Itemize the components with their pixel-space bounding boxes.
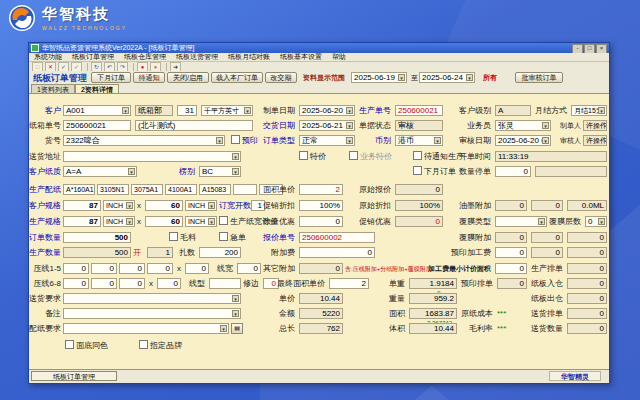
min-billing-area-field[interactable]: 0: [495, 263, 527, 274]
item-no-select[interactable]: 2322啤合: [63, 135, 225, 146]
menu-delivery[interactable]: 纸板送货管理: [171, 53, 223, 61]
film-layers-select[interactable]: 0: [585, 216, 607, 227]
scope-all-label[interactable]: 所有: [483, 73, 497, 83]
customer-paper-select[interactable]: A=A: [63, 166, 137, 177]
customer-dept-field[interactable]: 纸箱部: [135, 105, 173, 116]
biz-special-price-checkbox[interactable]: 业务特价: [349, 151, 392, 163]
new-icon[interactable]: □: [32, 62, 43, 72]
next-month-order-button[interactable]: 下月订单: [91, 72, 131, 83]
quote-no-field[interactable]: 250600002: [299, 232, 375, 243]
production-spec-height-field[interactable]: 60: [145, 216, 183, 227]
menu-monthly[interactable]: 纸板月结对账: [223, 53, 275, 61]
same-color-checkbox[interactable]: 面底同色: [65, 340, 108, 352]
qty-discount-field[interactable]: 0: [299, 216, 343, 227]
unit-price-field[interactable]: 10.44: [299, 293, 343, 304]
ink-surcharge-field-1[interactable]: 0: [495, 200, 527, 211]
production-spec-unit1-select[interactable]: INCH: [103, 216, 135, 227]
ink-surcharge-field-3[interactable]: 0.0ML: [567, 200, 607, 211]
assistant-button[interactable]: 华智精灵: [549, 371, 601, 381]
change-delivery-date-button[interactable]: 改交期: [265, 72, 297, 83]
promo-discount-field[interactable]: 100%: [299, 200, 343, 211]
qty-hold-extra-field[interactable]: [535, 166, 607, 177]
menu-help[interactable]: 帮助: [327, 53, 351, 61]
tab-data-detail[interactable]: 2资料详情: [75, 84, 119, 93]
salesman-select[interactable]: 张灵: [495, 120, 551, 131]
customer-spec-unit1-select[interactable]: INCH: [103, 200, 135, 211]
box-order-no-field[interactable]: 250600021: [63, 120, 131, 131]
volume-field[interactable]: 10.44: [409, 323, 457, 334]
crease2-field-4[interactable]: 0: [157, 278, 181, 289]
refresh-icon[interactable]: ↻: [91, 62, 102, 72]
menu-settings[interactable]: 纸板基本设置: [275, 53, 327, 61]
amount-field[interactable]: 5220: [299, 308, 343, 319]
delivery-date-picker[interactable]: 2025-06-21: [299, 120, 355, 131]
specified-brand-checkbox[interactable]: 指定品牌: [139, 340, 182, 352]
redo-icon[interactable]: ↷: [117, 62, 128, 72]
customer-spec-height-field[interactable]: 60: [145, 200, 183, 211]
qty-hold-field[interactable]: 0: [495, 166, 531, 177]
menu-system[interactable]: 系统功能: [29, 53, 67, 61]
load-factory-order-button[interactable]: 载入本厂订单: [211, 72, 263, 83]
total-length-field[interactable]: 762: [299, 323, 343, 334]
paper-req-select[interactable]: [63, 323, 229, 334]
date-from-picker[interactable]: 2025-06-19: [351, 72, 407, 83]
film-type-select[interactable]: [495, 216, 547, 227]
customer-count-field[interactable]: 31: [177, 105, 197, 116]
menu-order-mgmt[interactable]: 纸板订单管理: [67, 53, 119, 61]
crease1-field-3[interactable]: 0: [119, 263, 145, 274]
monthly-settle-select[interactable]: 月结15天: [571, 105, 607, 116]
area-field[interactable]: 1683.87: [409, 308, 457, 319]
film-surcharge-field-2[interactable]: 0: [531, 232, 563, 243]
delete-icon[interactable]: ✕: [45, 62, 56, 72]
date-to-picker[interactable]: 2025-06-24: [419, 72, 475, 83]
task-tab-order-mgmt[interactable]: 纸板订单管理: [31, 371, 117, 381]
order-type-select[interactable]: 正常: [299, 135, 355, 146]
post-icon[interactable]: ✓: [58, 62, 69, 72]
auditor-field[interactable]: 许操作: [583, 135, 607, 146]
delivery-schedule-field[interactable]: 0: [567, 308, 607, 319]
customer-level-field[interactable]: A: [495, 105, 531, 116]
help-icon[interactable]: ●: [137, 62, 148, 72]
crease1-field-4[interactable]: 0: [147, 263, 173, 274]
paper-mix-field-2[interactable]: 3105N1: [97, 184, 129, 195]
open-time-field[interactable]: 11:33:19: [495, 151, 607, 162]
preprint-fee-field-1[interactable]: 0: [495, 247, 527, 258]
preprint-fee-field-3[interactable]: 0: [567, 247, 607, 258]
orig-quote-field[interactable]: 0: [395, 184, 443, 195]
close-enable-button[interactable]: 关闭/启用: [167, 72, 209, 83]
production-spec-unit2-select[interactable]: INCH: [185, 216, 217, 227]
customer-code-select[interactable]: A001: [63, 105, 131, 116]
paper-mix-field-1[interactable]: A*160A1: [63, 184, 95, 195]
crease2-field-2[interactable]: 0: [91, 278, 117, 289]
surcharge-field[interactable]: 0: [299, 247, 375, 258]
delivery-qty-field[interactable]: 0: [567, 323, 607, 334]
customer-spec-width-field[interactable]: 87: [63, 200, 101, 211]
delivery-address-select[interactable]: [63, 151, 241, 162]
preprint-fee-field-2[interactable]: 0: [531, 247, 563, 258]
preprint-schedule-field[interactable]: 0: [497, 278, 527, 289]
paper-mix-field-4[interactable]: 4100A1: [165, 184, 197, 195]
unpost-icon[interactable]: ✓: [71, 62, 82, 72]
final-area-price-field[interactable]: 2: [329, 278, 369, 289]
crease1-field-1[interactable]: 0: [63, 263, 89, 274]
kai-count-field[interactable]: 1: [147, 247, 173, 258]
pending-notify-button[interactable]: 待通知: [133, 72, 165, 83]
film-surcharge-field-1[interactable]: 0: [495, 232, 527, 243]
paper-mix-field-3[interactable]: 3075A1: [131, 184, 163, 195]
exit-icon[interactable]: ➜: [170, 62, 181, 72]
about-icon[interactable]: ●: [150, 62, 161, 72]
remark-select[interactable]: [63, 308, 241, 319]
production-qty-field[interactable]: 500: [63, 247, 131, 258]
production-schedule-field[interactable]: 0: [567, 263, 607, 274]
crease2-field-3[interactable]: 0: [119, 278, 145, 289]
board-in-field[interactable]: 0: [567, 278, 607, 289]
film-surcharge-field-3[interactable]: 0: [567, 232, 607, 243]
weight-field[interactable]: 959.2: [409, 293, 457, 304]
special-price-checkbox[interactable]: 特价: [299, 151, 326, 163]
crease2-field-1[interactable]: 0: [63, 278, 89, 289]
maker-field[interactable]: 许操作: [583, 120, 607, 131]
audit-date-picker[interactable]: 2025-06-20 0: [495, 135, 551, 146]
batch-audit-button[interactable]: 批审核订单: [515, 72, 563, 83]
flute-type-select[interactable]: BC: [199, 166, 241, 177]
production-spec-width-field[interactable]: 87: [63, 216, 101, 227]
